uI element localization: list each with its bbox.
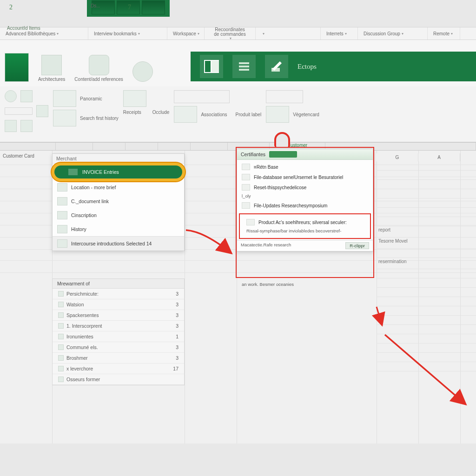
svg-rect-2: [212, 61, 219, 72]
house-icon[interactable]: [5, 120, 17, 132]
app-header-bar: Ectops: [191, 52, 476, 81]
module-icon: [41, 55, 62, 75]
tab-spacer: [256, 27, 321, 40]
title-placeholder: [266, 90, 303, 103]
selection-icon: [57, 239, 67, 248]
header-pill: [269, 151, 297, 158]
spreadsheet-area[interactable]: Customer Card Merchant INVOICE Entries L…: [0, 151, 476, 443]
inscription-icon: [57, 211, 67, 219]
tab-discussion[interactable]: Discussion Group: [358, 27, 428, 40]
property-row[interactable]: 1. Interscorprent3: [53, 321, 184, 331]
location-icon: [57, 183, 67, 192]
svg-rect-1: [205, 61, 211, 72]
invoice-icon: [68, 169, 78, 175]
tab-executions[interactable]: Recoordinates de commandes: [205, 27, 256, 40]
row-label: Customer Card: [3, 153, 34, 159]
ribbon-label: Associations: [201, 112, 227, 117]
ribbon-label: Vègetencard: [293, 112, 319, 117]
chart-icon[interactable]: [36, 105, 48, 117]
qat-number-right: 7: [123, 4, 136, 11]
header-menu-icon[interactable]: [232, 55, 256, 78]
ribbon-group-c[interactable]: [132, 61, 153, 82]
style-thumb[interactable]: [174, 106, 197, 123]
col-letter[interactable]: A: [418, 153, 460, 161]
dropdown-item[interactable]: File-database senelUrsernet le Besurator…: [237, 172, 373, 182]
dropdown-footer-button[interactable]: R-clippr: [345, 242, 369, 249]
product-icon: [246, 219, 255, 225]
menu-item[interactable]: Location - more brief: [53, 180, 184, 194]
dropdown-menu-right: Certifiantes ≡Rétn Base File-database se…: [237, 149, 373, 251]
dropdown-item[interactable]: Product Ac's soehlhreurs; silversal secu…: [242, 217, 368, 227]
dropdown-item[interactable]: ≡Rétn Base: [237, 162, 373, 172]
dropdown-item[interactable]: File-Updates Researchesymposium: [237, 200, 373, 211]
context-menu-left: Merchant INVOICE Entries Location - more…: [52, 153, 185, 251]
dropdown-footer-text: Macatectie.Rafe research: [241, 242, 291, 249]
ribbon-label: Occlude: [152, 110, 170, 115]
bullet-icon: [58, 344, 64, 350]
filedb-icon: [242, 174, 250, 180]
qat-number-left: 2: [5, 4, 17, 11]
col-letter[interactable]: G: [377, 153, 418, 161]
tab-interview[interactable]: Interview bookmarks: [88, 27, 167, 40]
style-thumb[interactable]: [123, 90, 146, 107]
menu-header: Merchant: [53, 154, 184, 164]
property-row[interactable]: Spackersentes3: [53, 310, 184, 321]
header-edit-icon[interactable]: [265, 55, 288, 78]
bullet-icon: [58, 377, 64, 382]
property-row[interactable]: Ironunientes1: [53, 331, 184, 342]
menu-item-highlighted[interactable]: INVOICE Entries: [54, 165, 182, 178]
update-icon: [242, 202, 250, 209]
reset-icon: [242, 184, 250, 191]
account-label: AccountId Items: [7, 26, 40, 31]
ribbon-upper: Architectures Content/add references Ect…: [0, 40, 476, 86]
dropdown-item[interactable]: l_oly: [237, 192, 373, 200]
property-row[interactable]: x leverchore17: [53, 364, 184, 374]
tab-workspace[interactable]: Workspace: [167, 27, 205, 40]
style-thumb[interactable]: [266, 106, 289, 123]
menu-item[interactable]: Cinscription: [53, 208, 184, 222]
bullet-icon: [58, 334, 64, 339]
brand-glyph-icon: [142, 0, 165, 14]
properties-header: Mrewarment of: [53, 279, 184, 289]
style-thumb[interactable]: [53, 90, 76, 107]
grid-right-section: G A report Tesorre Movel resermination: [377, 153, 476, 371]
property-row[interactable]: Communé els.3: [53, 342, 184, 353]
clock-icon[interactable]: [5, 90, 17, 102]
ribbon-group-b[interactable]: Content/add references: [74, 55, 123, 82]
property-row[interactable]: Broshmer3: [53, 353, 184, 364]
dropdown-item[interactable]: Reset-thispsychedelicose: [237, 182, 373, 192]
tab-remote[interactable]: Remote: [428, 27, 460, 40]
properties-panel: Mrewarment of Persichmicute:3Watsion3Spa…: [52, 278, 185, 385]
bullet-icon: [58, 291, 64, 297]
grid-empty-rows[interactable]: report Tesorre Movel resermination: [377, 161, 476, 371]
style-thumb[interactable]: [53, 110, 76, 126]
ribbon-label: Produit label: [236, 112, 262, 117]
header-app-icon[interactable]: [200, 55, 223, 78]
tri-icon[interactable]: [20, 120, 33, 132]
svg-rect-3: [239, 62, 249, 64]
ribbon-label: Receipts: [123, 110, 141, 115]
bullet-icon: [58, 312, 64, 318]
bullet-icon: [58, 366, 64, 371]
doclink-icon: [57, 197, 67, 205]
property-row[interactable]: Osseurs former: [53, 374, 184, 385]
dropdown-below-text: an work. Besmer oceanies: [242, 282, 294, 287]
return-icon: [242, 164, 250, 170]
svg-rect-4: [239, 66, 249, 67]
tab-interrets[interactable]: Interrets: [321, 27, 358, 40]
ribbon-group-arch[interactable]: [5, 53, 29, 82]
globe-icon: [132, 61, 153, 82]
history-icon: [57, 225, 67, 233]
chart-button[interactable]: [5, 107, 33, 115]
square-icon[interactable]: [20, 90, 33, 102]
menu-item[interactable]: C._document link: [53, 194, 184, 208]
property-row[interactable]: Persichmicute:3: [53, 289, 184, 299]
bullet-icon: [58, 323, 64, 329]
menu-item[interactable]: History: [53, 222, 184, 236]
dropdown-item[interactable]: Rissal-symphase/bar inviolabledes becove…: [242, 227, 368, 235]
property-row[interactable]: Watsion3: [53, 299, 184, 310]
menu-item[interactable]: Intercourse introductions Selected 14: [53, 236, 184, 251]
ribbon-group-a[interactable]: Architectures: [38, 55, 65, 82]
qat-ds-label: Ds...: [91, 3, 109, 8]
annotation-bump: [274, 132, 290, 148]
